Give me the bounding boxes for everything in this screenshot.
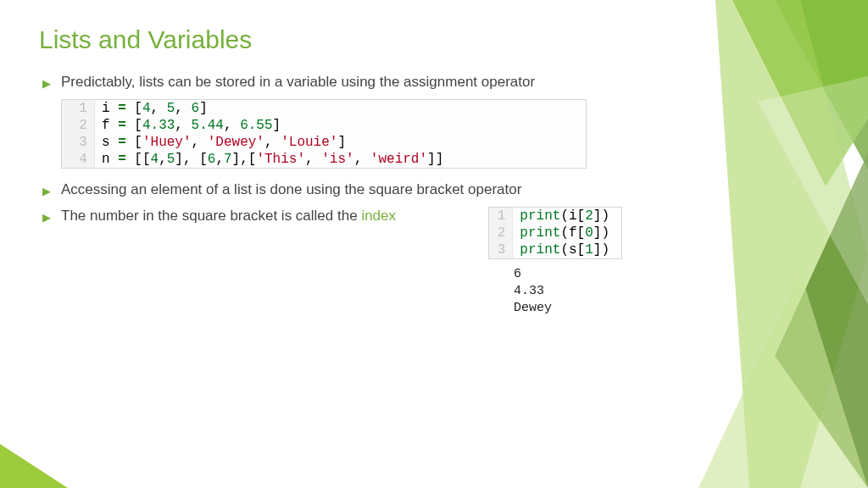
bullet-3-text: The number in the square bracket is call… [61,207,396,226]
corner-accent [0,444,68,488]
bullet-2: ▶ Accessing an element of a list is done… [42,180,622,200]
output-block: 6 4.33 Dewey [514,266,622,318]
bullet-icon: ▶ [42,77,51,90]
svg-marker-5 [758,76,868,305]
output-line: Dewey [514,300,622,317]
bullet-3-row: ▶ The number in the square bracket is ca… [39,207,622,259]
code-line-2: f = [4.33, 5.44, 6.55] [94,117,586,134]
code-line-3: s = ['Huey', 'Dewey', 'Louie'] [94,134,586,151]
line-number: 3 [488,241,513,259]
line-number: 2 [62,117,95,134]
svg-marker-4 [698,271,868,488]
line-number: 3 [62,134,95,151]
svg-marker-0 [775,0,868,169]
bullet-2-text: Accessing an element of a list is done u… [61,180,521,200]
slide-content: Lists and Variables ▶ Predictably, lists… [0,0,670,335]
line-number: 1 [62,99,95,117]
svg-marker-3 [775,152,868,488]
code-block-assignments: 1 i = [4, 5, 6] 2 f = [4.33, 5.44, 6.55]… [61,99,587,169]
line-number: 2 [488,225,513,241]
code-line-1: i = [4, 5, 6] [94,99,586,117]
code-block-prints: 1 print(i[2]) 2 print(f[0]) 3 print(s[1]… [488,207,622,259]
output-line: 4.33 [514,283,622,300]
index-keyword: index [361,208,396,224]
line-number: 1 [488,207,513,225]
code2-line-2: print(f[0]) [513,225,622,241]
bullet-icon: ▶ [42,211,51,224]
code-line-4: n = [[4,5], [6,7],['This', 'is', 'weird'… [94,151,586,169]
bullet-1-text: Predictably, lists can be stored in a va… [61,73,535,92]
output-line: 6 [514,266,622,283]
svg-marker-1 [732,0,868,186]
bullet-1: ▶ Predictably, lists can be stored in a … [42,73,622,92]
slide-title: Lists and Variables [39,25,622,54]
code2-line-1: print(i[2]) [513,207,622,225]
line-number: 4 [62,151,95,169]
bullet-icon: ▶ [42,185,51,197]
svg-marker-2 [715,0,868,488]
code2-line-3: print(s[1]) [513,241,622,259]
